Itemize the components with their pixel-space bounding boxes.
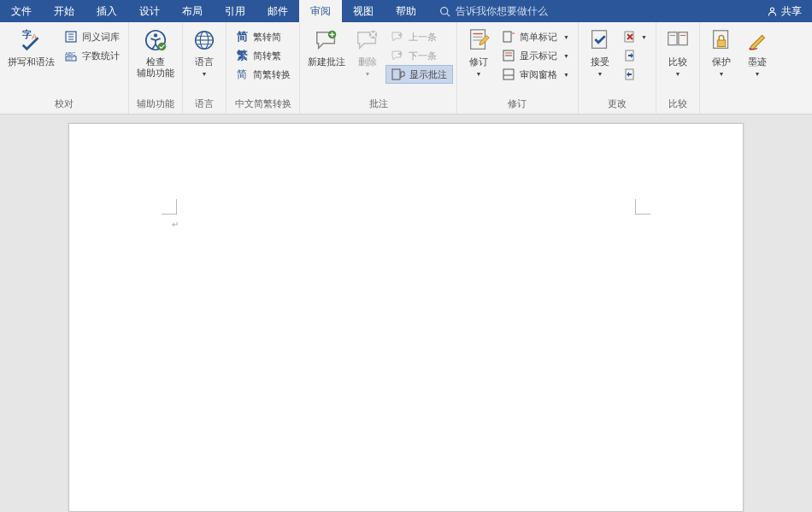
chevron-down-icon: ▼ <box>754 68 760 79</box>
ribbon: 字A 拼写和语法 同义词库 ABC123 字数统计 校对 <box>0 22 812 115</box>
thesaurus-icon <box>64 30 78 44</box>
track-changes-icon <box>465 26 492 54</box>
thesaurus-button[interactable]: 同义词库 <box>59 27 125 46</box>
tab-mailings[interactable]: 邮件 <box>256 0 299 22</box>
show-markup-dropdown[interactable]: 显示标记 ▼ <box>497 46 574 65</box>
prev-comment-label: 上一条 <box>409 31 437 44</box>
chinese-convert-button[interactable]: 简 简繁转换 <box>230 65 296 84</box>
reviewing-pane-dropdown[interactable]: 审阅窗格 ▼ <box>497 65 574 84</box>
ribbon-group-chinese-conversion: 简 繁转简 繁 简转繁 简 简繁转换 中文简繁转换 <box>227 22 300 114</box>
next-change-icon <box>623 68 637 81</box>
protect-label: 保护 <box>712 56 731 68</box>
comments-group-label: 批注 <box>303 95 453 114</box>
svg-rect-36 <box>503 69 514 79</box>
check-accessibility-button[interactable]: 检查 辅助功能 <box>132 24 179 81</box>
tab-review[interactable]: 审阅 <box>299 0 342 22</box>
track-changes-label: 修订 <box>469 56 488 68</box>
protect-button[interactable]: 保护 ▼ <box>703 24 739 82</box>
thesaurus-label: 同义词库 <box>82 31 120 44</box>
ribbon-group-proofing: 字A 拼写和语法 同义词库 ABC123 字数统计 校对 <box>0 22 129 114</box>
search-icon <box>439 6 450 17</box>
share-button[interactable]: 共享 <box>767 4 802 19</box>
svg-point-2 <box>770 8 774 11</box>
ribbon-group-protect: 保护 ▼ 墨迹 ▼ <box>700 22 779 114</box>
ribbon-group-language: 语言 ▼ 语言 <box>183 22 227 114</box>
simp-to-trad-button[interactable]: 繁 简转繁 <box>230 46 296 65</box>
prev-change-button[interactable] <box>618 46 652 65</box>
tell-me-search[interactable]: 告诉我你想要做什么 <box>439 4 548 19</box>
ribbon-group-changes: 接受 ▼ ▼ 更改 <box>579 22 656 114</box>
new-comment-icon <box>313 26 340 54</box>
prev-comment-icon <box>391 30 404 44</box>
compare-label: 比较 <box>668 56 687 68</box>
prev-comment-button: 上一条 <box>385 27 453 46</box>
svg-text:123: 123 <box>67 56 73 61</box>
reviewing-pane-icon <box>502 68 515 81</box>
share-icon <box>767 6 778 17</box>
tab-design[interactable]: 设计 <box>128 0 171 22</box>
next-change-button[interactable] <box>618 65 652 84</box>
word-count-label: 字数统计 <box>82 50 120 62</box>
spelling-grammar-button[interactable]: 字A 拼写和语法 <box>3 24 59 70</box>
svg-text:字: 字 <box>21 29 31 39</box>
tab-references[interactable]: 引用 <box>214 0 256 22</box>
tab-home[interactable]: 开始 <box>43 0 85 22</box>
show-markup-icon <box>502 49 515 62</box>
document-canvas[interactable]: ↵ <box>0 115 812 512</box>
document-page[interactable]: ↵ <box>68 123 744 512</box>
tab-layout[interactable]: 布局 <box>171 0 214 22</box>
trad-to-simp-button[interactable]: 简 繁转简 <box>230 27 296 46</box>
ribbon-tabs: 文件 开始 插入 设计 布局 引用 邮件 审阅 视图 帮助 <box>0 0 427 22</box>
trad-to-simp-icon: 简 <box>235 30 249 44</box>
spelling-label: 拼写和语法 <box>8 56 55 68</box>
chevron-down-icon: ▼ <box>563 34 569 40</box>
show-comments-button[interactable]: 显示批注 <box>385 65 453 84</box>
delete-comment-icon <box>354 26 381 54</box>
tracking-group-label: 修订 <box>461 95 574 114</box>
chevron-down-icon: ▼ <box>202 68 208 79</box>
delete-comment-button[interactable]: 删除 ▼ <box>350 24 385 82</box>
margin-corner-top-left <box>162 199 177 215</box>
track-changes-button[interactable]: 修订 ▼ <box>461 24 497 82</box>
chevron-down-icon: ▼ <box>597 68 603 79</box>
reject-button[interactable]: ▼ <box>618 27 652 46</box>
reviewing-pane-label: 审阅窗格 <box>520 68 557 81</box>
chevron-down-icon: ▼ <box>476 68 482 79</box>
svg-line-1 <box>447 13 450 15</box>
chevron-down-icon: ▼ <box>674 68 680 79</box>
show-comments-label: 显示批注 <box>409 68 447 81</box>
accessibility-icon <box>142 26 169 54</box>
ink-button[interactable]: 墨迹 ▼ <box>739 24 775 82</box>
svg-rect-45 <box>679 32 687 45</box>
trad-to-simp-label: 繁转简 <box>253 31 281 44</box>
display-for-review-dropdown[interactable]: 简单标记 ▼ <box>497 27 574 46</box>
svg-rect-31 <box>503 32 511 42</box>
tab-file[interactable]: 文件 <box>0 0 43 22</box>
simp-to-trad-icon: 繁 <box>235 49 249 62</box>
chinese-convert-icon: 简 <box>235 68 249 81</box>
ribbon-group-comments: 新建批注 删除 ▼ 上一条 下一条 显 <box>300 22 457 114</box>
prev-change-icon <box>623 49 637 62</box>
svg-rect-26 <box>392 69 400 79</box>
svg-rect-44 <box>668 32 677 45</box>
word-count-button[interactable]: ABC123 字数统计 <box>59 46 125 65</box>
language-button[interactable]: 语言 ▼ <box>186 24 222 82</box>
chevron-down-icon: ▼ <box>563 72 569 78</box>
margin-corner-top-right <box>635 199 650 215</box>
compare-icon <box>664 26 691 54</box>
tab-help[interactable]: 帮助 <box>385 0 427 22</box>
accept-button[interactable]: 接受 ▼ <box>582 24 618 82</box>
svg-point-13 <box>154 33 157 37</box>
svg-rect-38 <box>592 31 607 49</box>
language-icon <box>191 26 218 54</box>
display-mode-label: 简单标记 <box>520 31 557 44</box>
tab-insert[interactable]: 插入 <box>85 0 128 22</box>
spelling-icon: 字A <box>18 26 45 54</box>
compare-button[interactable]: 比较 ▼ <box>660 24 696 82</box>
tab-view[interactable]: 视图 <box>342 0 385 22</box>
ink-icon <box>744 26 771 54</box>
new-comment-button[interactable]: 新建批注 <box>303 24 350 70</box>
chevron-down-icon: ▼ <box>641 34 647 40</box>
protect-icon <box>708 26 735 54</box>
protect-group-label <box>703 97 775 114</box>
